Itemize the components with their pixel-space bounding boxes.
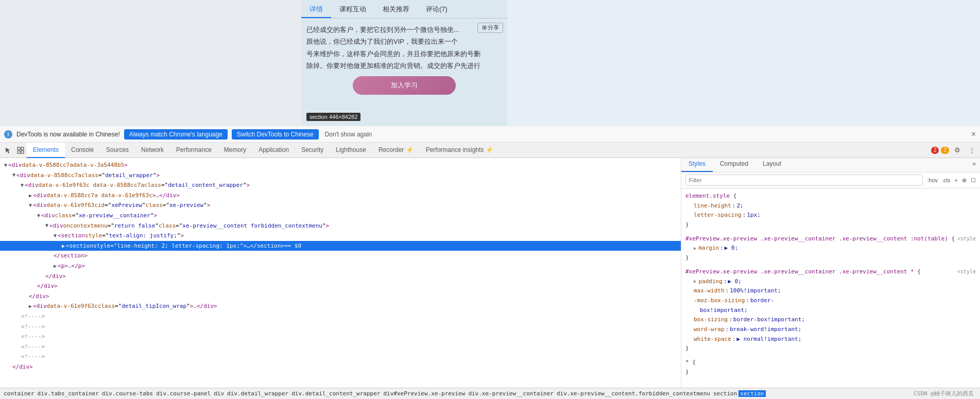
tab-application[interactable]: Application [252,143,295,158]
devtools-right-controls: 2 2 ⚙ ⋮ [931,144,978,157]
tab-styles[interactable]: Styles [681,158,713,172]
style-source-2: <style [957,267,976,276]
content-line-3: 号来维护你，这样客户会同意的，并且你要把他原来的号删 [306,48,502,60]
elem-line-7[interactable]: ▼ <div oncontextmenu="return false" clas… [0,221,681,231]
elem-line-tip-icon[interactable]: ▶ <div data-v-61e9f63c class="detail_tip… [0,301,681,311]
style-line-box-sizing[interactable]: box-sizing : border-box!important; [685,315,976,325]
styles-filter-bar: :hov .cls + ⊕ ☐ [681,172,980,188]
elem-line-4[interactable]: ▶ <div data-v-8588cc7a data-v-61e9f63c >… [0,190,681,201]
tab-lighthouse[interactable]: Lighthouse [330,143,372,158]
webpage-left [0,0,301,126]
tab-elements[interactable]: Elements [27,143,65,158]
elem-line-9-selected[interactable]: ▶ <section style="line-height: 2; letter… [0,241,681,251]
elem-line-close-div2[interactable]: </div> [0,281,681,291]
tab-memory[interactable]: Memory [218,143,252,158]
style-source-1: <style [957,234,976,243]
elem-comment-3: <!----> [0,332,681,342]
force-element-state[interactable]: ⊕ [962,177,967,184]
webpage-tab-interaction[interactable]: 课程互动 [331,2,374,18]
tab-performance[interactable]: Performance [170,143,218,158]
bc-xepreview[interactable]: div#xePreview.xe-preview [382,390,467,397]
bc-detail-wrapper[interactable]: div.detail_wrapper [226,390,290,397]
tab-sources[interactable]: Sources [100,143,135,158]
notification-close-button[interactable]: × [971,130,976,139]
toggle-classes[interactable]: ☐ [971,177,976,184]
bc-xe-preview-container[interactable]: div.xe-preview__container [467,390,555,397]
bc-section-2[interactable]: section [738,390,765,397]
bc-section-1[interactable]: section [712,390,738,397]
elem-line-p[interactable]: ▶ <p> … </p> [0,261,681,271]
elem-line-3[interactable]: ▼ <div data-v-61e9f63c data-v-8588cc7a c… [0,180,681,190]
tab-console[interactable]: Console [65,143,100,158]
style-rule-close-3: } [685,344,976,354]
tab-security[interactable]: Security [295,143,330,158]
expand-arrow-p[interactable]: ▶ [54,262,57,270]
svg-rect-3 [21,151,24,153]
expand-arrow-2[interactable]: ▼ [12,171,15,179]
elem-line-close-section[interactable]: </section> [0,251,681,261]
webpage-tab-details[interactable]: 详情 [301,2,331,18]
settings-icon[interactable]: ⚙ [951,144,964,157]
webpage-tab-recommend[interactable]: 相关推荐 [374,2,418,18]
style-line-line-height[interactable]: line-height : 2; [685,201,976,211]
elem-line-5[interactable]: ▼ <div data-v-61e9f63c id="xePreview" cl… [0,200,681,211]
right-side-label: CSDN @柚子咪儿的西瓜 [914,390,978,397]
style-line-word-wrap[interactable]: word-wrap : break-word!important; [685,325,976,335]
expand-arrow-7[interactable]: ▼ [45,221,48,230]
style-line-max-width[interactable]: max-width : 100%!important; [685,286,976,296]
style-line-letter-spacing[interactable]: letter-spacing : 1px; [685,211,976,220]
expand-arrow-8[interactable]: ▼ [54,232,57,240]
expand-arrow-5[interactable]: ▼ [29,201,32,210]
style-line-white-space[interactable]: white-space : ▶ normal!important; [685,335,976,344]
bc-container[interactable]: container [2,390,36,397]
tab-recorder[interactable]: Recorder ⚡ [372,143,420,158]
styles-expand-icon[interactable]: » [968,158,980,172]
style-line-moz-box-sizing[interactable]: -moz-box-sizing : border- [685,296,976,306]
styles-panel: Styles Computed Layout » :hov .cls + ⊕ ☐… [681,158,980,388]
join-button[interactable]: 加入学习 [353,76,456,95]
tab-computed[interactable]: Computed [713,158,755,172]
tab-perf-insights[interactable]: Performance insights ⚡ [420,143,500,158]
style-rule-selector-element: element.style { [685,192,976,201]
tab-layout[interactable]: Layout [755,158,788,172]
bc-tabs-container[interactable]: div.tabs_container [36,390,100,397]
pseudo-hov[interactable]: :hov [927,177,938,183]
svg-rect-0 [18,147,20,150]
section-tooltip: section 446×84282 [306,113,360,121]
styles-filter-input[interactable] [685,175,923,186]
tab-network[interactable]: Network [135,143,170,158]
elem-line-close-div1[interactable]: </div> [0,271,681,282]
bc-xe-preview-content[interactable]: div.xe-preview__content.forbidden_contex… [555,390,712,397]
share-label: 分享 [488,23,499,33]
expand-arrow-tip[interactable]: ▶ [29,302,32,310]
pseudo-cls[interactable]: .cls [942,177,951,183]
elem-line-close-div-final[interactable]: </div> [0,362,681,372]
share-button[interactable]: ⊞ 分享 [477,23,503,33]
switch-devtools-button[interactable]: Switch DevTools to Chinese [232,129,319,140]
elem-comment-5: <!----> [0,352,681,362]
style-line-padding[interactable]: ▶ padding : ▶ 0; [685,277,976,287]
add-style-rule[interactable]: + [955,177,958,183]
expand-arrow-6[interactable]: ▼ [37,212,40,220]
style-line-margin[interactable]: ▶ margin : ▶ 0; [685,244,976,253]
expand-arrow-3[interactable]: ▼ [21,181,24,189]
elem-line-close-div3[interactable]: </div> [0,291,681,302]
expand-arrow-9[interactable]: ▶ [62,242,65,250]
bc-detail-content-wrapper[interactable]: div.detail_content_wrapper [290,390,382,397]
bc-div[interactable]: div [212,390,226,397]
style-rule-selector-star: * { [685,358,976,368]
bc-course-tabs[interactable]: div.course-tabs [100,390,154,397]
match-language-button[interactable]: Always match Chrome's language [124,129,228,140]
webpage-tab-comment[interactable]: 评论(7) [418,2,456,18]
more-options-icon[interactable]: ⋮ [966,144,978,157]
cursor-tool-icon[interactable] [2,144,14,157]
elem-line-6[interactable]: ▼ <div class="xe-preview__container" > [0,211,681,221]
elem-line-1[interactable]: ▼ <div data-v-8588cc7a data-v-3a5448b5 > [0,160,681,170]
expand-arrow-1[interactable]: ▼ [4,161,7,169]
elem-line-2[interactable]: ▼ <div data-v-8588cc7a class="detail_wra… [0,170,681,181]
expand-arrow-4[interactable]: ▶ [29,192,32,200]
elem-line-8[interactable]: ▼ <section style="text-align: justify;" … [0,231,681,241]
bc-course-panel[interactable]: div.course-panel [154,390,212,397]
dont-show-again-link[interactable]: Don't show again [325,131,372,138]
inspect-tool-icon[interactable] [14,144,27,157]
